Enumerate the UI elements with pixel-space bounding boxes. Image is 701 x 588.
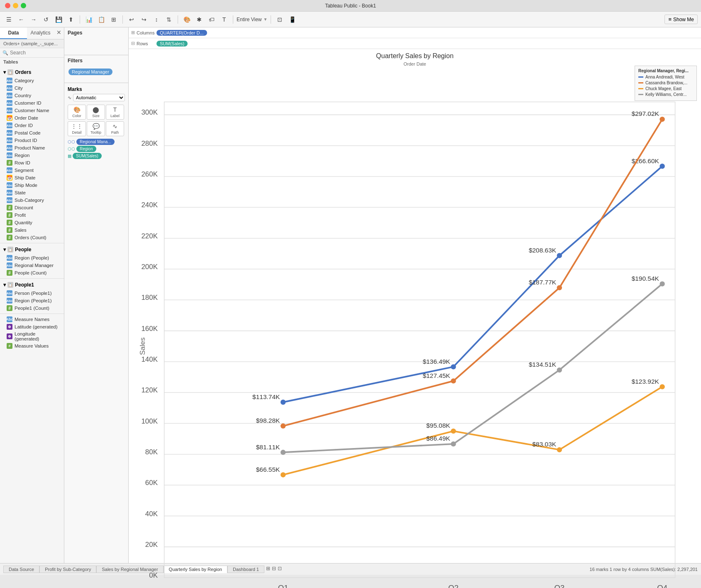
field-orders-(count)[interactable]: #Orders (Count)	[0, 234, 64, 241]
field-category[interactable]: AbcCategory	[0, 77, 64, 84]
field-product-name[interactable]: AbcProduct Name	[0, 144, 64, 152]
orders-group-header[interactable]: ▾ 📋 Orders	[0, 68, 64, 77]
field-segment[interactable]: AbcSegment	[0, 167, 64, 174]
toolbar-fix-btn[interactable]: ⊡	[274, 15, 285, 24]
marks-color-btn[interactable]: 🎨 Color	[68, 105, 86, 120]
point-chuck-q2[interactable]	[451, 429, 456, 434]
toolbar-label-btn[interactable]: 🏷	[206, 15, 217, 24]
marks-pill-region[interactable]: ⬡⬡ Region	[68, 146, 125, 152]
field-sales[interactable]: #Sales	[0, 226, 64, 234]
columns-pill[interactable]: QUARTER(Order D...	[156, 30, 207, 36]
toolbar-undo-btn[interactable]: ↩	[126, 15, 137, 24]
toolbar-back-btn[interactable]: ←	[16, 15, 27, 24]
point-anna-q4[interactable]	[659, 164, 664, 169]
field-people-(count)[interactable]: #People (Count)	[0, 269, 64, 277]
marks-tooltip-btn[interactable]: 💬 Tooltip	[87, 121, 105, 136]
toolbar-highlight-btn[interactable]: ✱	[194, 15, 205, 24]
point-chuck-q1[interactable]	[281, 472, 286, 477]
point-anna-q3[interactable]	[557, 253, 562, 258]
tab-data[interactable]: Data	[0, 27, 27, 39]
line-cassandra[interactable]	[283, 119, 662, 426]
point-kelly-q4[interactable]	[659, 281, 664, 286]
marks-pill-regional-manager[interactable]: ⬡⬡ Regional Mana...	[68, 139, 125, 145]
field-person-(people1)[interactable]: AbcPerson (People1)	[0, 289, 64, 297]
search-input[interactable]	[10, 50, 64, 56]
line-anna[interactable]	[283, 166, 662, 402]
view-size-selector[interactable]: Entire View ▼	[237, 17, 267, 22]
sidebar-close-btn[interactable]: ✕	[54, 27, 64, 39]
toolbar-annotation-btn[interactable]: T	[219, 15, 230, 24]
latitude-item[interactable]: ⊕ Latitude (generated)	[0, 323, 64, 331]
longitude-item[interactable]: ⊕ Longitude (generated)	[0, 331, 64, 342]
field-quantity[interactable]: #Quantity	[0, 219, 64, 226]
point-cassandra-q1[interactable]	[281, 424, 286, 429]
point-kelly-q1[interactable]	[281, 450, 286, 455]
status-tab-data-source[interactable]: Data Source	[3, 566, 39, 573]
toolbar-forward-btn[interactable]: →	[28, 15, 39, 24]
region-pill-label[interactable]: Region	[76, 146, 96, 152]
field-profit[interactable]: #Profit	[0, 211, 64, 219]
toolbar-data-btn[interactable]: ☰	[3, 15, 14, 24]
toolbar-sort2-btn[interactable]: ⇅	[164, 15, 174, 24]
point-chuck-q3[interactable]	[557, 447, 562, 452]
tab-analytics[interactable]: Analytics	[27, 27, 54, 39]
toolbar-chart3-btn[interactable]: ⊞	[108, 15, 119, 24]
marks-detail-btn[interactable]: ⋮⋮ Detail	[68, 121, 86, 136]
toolbar-chart1-btn[interactable]: 📊	[83, 15, 94, 24]
marks-type-selector[interactable]: ∿ Automatic Bar Line Area Circle Square …	[68, 94, 125, 101]
marks-type-dropdown[interactable]: Automatic Bar Line Area Circle Square Te…	[73, 94, 125, 101]
point-anna-q1[interactable]	[281, 399, 286, 404]
field-row-id[interactable]: #Row ID	[0, 159, 64, 167]
people1-group-header[interactable]: ▾ 📋 People1	[0, 280, 64, 289]
sum-sales-pill-label[interactable]: SUM(Sales)	[73, 153, 102, 159]
point-kelly-q2[interactable]	[451, 441, 456, 446]
point-anna-q2[interactable]	[451, 364, 456, 369]
toolbar-color-btn[interactable]: 🎨	[181, 15, 192, 24]
field-region[interactable]: AbcRegion	[0, 152, 64, 159]
field-country[interactable]: AbcCountry	[0, 92, 64, 99]
point-cassandra-q4[interactable]	[659, 117, 664, 122]
field-region-(people1)[interactable]: AbcRegion (People1)	[0, 297, 64, 304]
field-order-id[interactable]: AbcOrder ID	[0, 122, 64, 129]
line-kelly[interactable]	[283, 284, 662, 453]
marks-label-btn[interactable]: T Label	[106, 105, 124, 120]
marks-path-btn[interactable]: ∿ Path	[106, 121, 124, 136]
field-postal-code[interactable]: AbcPostal Code	[0, 129, 64, 137]
field-ship-mode[interactable]: AbcShip Mode	[0, 181, 64, 189]
people-group-header[interactable]: ▾ 📋 People	[0, 245, 64, 254]
point-kelly-q3[interactable]	[557, 368, 562, 372]
field-people1-(count)[interactable]: #People1 (Count)	[0, 304, 64, 312]
toolbar-export-btn[interactable]: ⬆	[66, 15, 76, 24]
point-cassandra-q3[interactable]	[557, 285, 562, 290]
field-state[interactable]: AbcState	[0, 189, 64, 196]
status-tab-profit-by-sub-category[interactable]: Profit by Sub-Category	[39, 566, 96, 573]
measure-names-item[interactable]: Abc Measure Names	[0, 316, 64, 323]
rows-pill[interactable]: SUM(Sales)	[156, 41, 188, 47]
field-customer-id[interactable]: AbcCustomer ID	[0, 99, 64, 107]
toolbar-reload-btn[interactable]: ↺	[41, 15, 51, 24]
field-city[interactable]: AbcCity	[0, 84, 64, 92]
field-order-date[interactable]: 📅Order Date	[0, 114, 64, 122]
point-chuck-q4[interactable]	[659, 384, 664, 389]
marks-pill-sum-sales[interactable]: ▦ SUM(Sales)	[68, 153, 125, 159]
marks-size-btn[interactable]: ⬤ Size	[87, 105, 105, 120]
field-sub-category[interactable]: AbcSub-Category	[0, 196, 64, 204]
toolbar-save-btn[interactable]: 💾	[53, 15, 64, 24]
toolbar-redo-btn[interactable]: ↪	[139, 15, 149, 24]
field-product-id[interactable]: AbcProduct ID	[0, 137, 64, 144]
field-ship-date[interactable]: 📅Ship Date	[0, 174, 64, 181]
field-customer-name[interactable]: AbcCustomer Name	[0, 107, 64, 114]
minimize-button[interactable]	[13, 3, 18, 8]
maximize-button[interactable]	[21, 3, 26, 8]
toolbar-sort1-btn[interactable]: ↕	[151, 15, 162, 24]
field-regional-manager[interactable]: AbcRegional Manager	[0, 262, 64, 269]
point-cassandra-q2[interactable]	[451, 378, 456, 383]
filter-pill-regional-manager[interactable]: Regional Manager	[68, 69, 112, 75]
close-button[interactable]	[5, 3, 10, 8]
show-me-button[interactable]: ≡ Show Me	[664, 15, 698, 24]
measure-values-item[interactable]: # Measure Values	[0, 342, 64, 350]
regional-manager-pill-label[interactable]: Regional Mana...	[76, 139, 115, 145]
field-discount[interactable]: #Discount	[0, 204, 64, 211]
toolbar-chart2-btn[interactable]: 📋	[96, 15, 107, 24]
field-region-(people)[interactable]: AbcRegion (People)	[0, 254, 64, 262]
